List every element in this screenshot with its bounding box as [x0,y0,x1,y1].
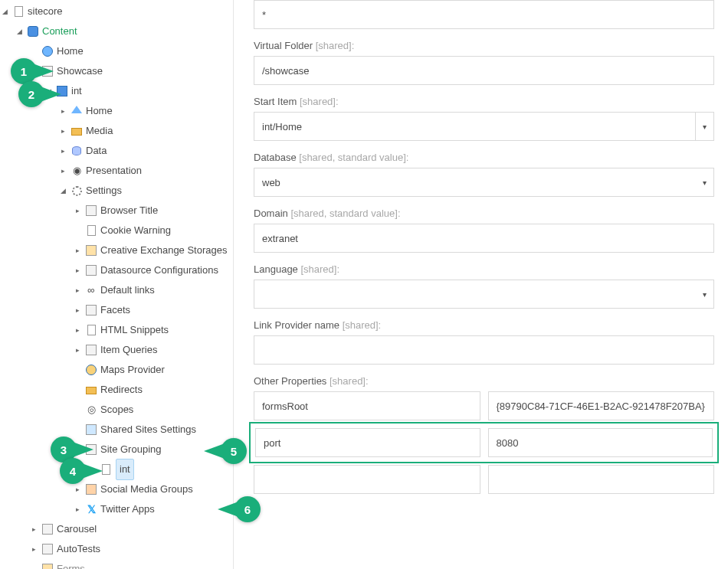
start-item-dropdown-button[interactable]: ▾ [695,112,714,141]
chevron-right-icon[interactable]: ▸ [58,166,67,175]
tree-node-redirects[interactable]: ▸ Redirects [73,380,233,400]
field-label-text: Link Provider name [254,319,339,331]
chevron-right-icon[interactable]: ▸ [73,345,82,355]
tree-node-html-snippets[interactable]: ▸ HTML Snippets [73,320,233,340]
chevron-right-icon[interactable]: ▸ [73,286,82,295]
tree-label: AutoTests [57,539,100,559]
field-database: Database [shared, standard value]: [254,152,714,197]
field-label-text: Database [254,152,297,163]
database-icon [71,145,83,157]
chevron-right-icon[interactable]: ▸ [73,266,82,275]
tree-node-facets[interactable]: ▸ Facets [73,300,233,320]
tree-node-social-media[interactable]: ▸ Social Media Groups [73,479,233,499]
tree-node-home[interactable]: ◢ Home [29,41,233,61]
chevron-right-icon[interactable]: ▸ [58,146,67,155]
field-virtual-folder: Virtual Folder [shared]: [254,40,714,85]
tree-node-default-links[interactable]: ▸ ∞ Default links [73,280,233,300]
tree-node-maps-provider[interactable]: ▸ Maps Provider [73,360,233,380]
tree-node-sitecore[interactable]: ◢ sitecore [0,2,233,21]
tree-node-item-queries[interactable]: ▸ Item Queries [73,340,233,360]
annotation-pin-1: 1 [11,58,37,84]
tree-node-int-home[interactable]: ▸ Home [58,101,233,121]
chevron-right-icon[interactable]: ▸ [29,544,38,554]
tree-node-carousel[interactable]: ▸ Carousel [29,519,233,539]
tree-label: int [116,459,134,480]
tree-node-forms[interactable]: ▸ Forms [29,559,233,569]
other-props-value[interactable] [488,391,715,420]
virtual-folder-input[interactable] [254,56,714,85]
tree-node-content[interactable]: ◢ Content [15,21,233,41]
other-props-key[interactable] [254,465,480,494]
tree-label: Media [86,121,113,141]
tree-node-browser-title[interactable]: ▸ Browser Title [73,201,233,221]
tree-node-settings[interactable]: ◢ Settings [58,181,233,201]
other-props-key[interactable] [254,391,480,420]
other-props-value[interactable] [488,465,715,494]
tree-label: Home [57,41,84,61]
link-provider-input[interactable] [254,335,714,365]
field-label-text: Virtual Folder [254,40,313,51]
tree-label: Creative Exchange Storages [100,240,227,260]
field-start-item: Start Item [shared]: ▾ [254,96,714,141]
chevron-right-icon[interactable]: ▸ [73,246,82,255]
chevron-right-icon[interactable]: ▸ [73,306,82,315]
item-editor: Virtual Folder [shared]: Start Item [sha… [234,0,728,569]
chevron-right-icon[interactable]: ▸ [73,505,82,514]
database-select[interactable] [254,168,714,197]
tree-label: Redirects [100,380,143,400]
annotation-pin-6: 6 [234,496,261,522]
chevron-right-icon[interactable]: ▸ [73,485,82,494]
tree-label: Home [86,101,113,121]
building-icon [41,523,54,535]
tree-label: Datasource Configurations [100,260,218,280]
tree-label: Cookie Warning [100,221,171,240]
tree-node-scopes[interactable]: ▸ ◎ Scopes [73,400,233,420]
gear-icon [71,185,83,197]
annotation-pin-4: 4 [60,458,86,484]
field-hint: [shared, standard value]: [299,152,408,163]
tree-label: int [71,81,82,101]
home-icon [71,105,83,117]
language-select[interactable] [254,280,714,309]
tree-node-site-grouping-int[interactable]: ▸ int [87,459,233,479]
tree-node-shared-sites[interactable]: ▸ Shared Sites Settings [73,420,233,440]
tree-label: Item Queries [100,340,157,360]
tree-node-twitter-apps[interactable]: ▸ 𝕏 Twitter Apps [73,499,233,519]
chevron-right-icon[interactable]: ▸ [29,525,38,534]
storage-icon [85,244,97,257]
field-hint: [shared, standard value]: [290,208,400,219]
twitter-icon: 𝕏 [85,503,97,515]
chevron-right-icon[interactable]: ▸ [73,325,82,335]
tree-label: HTML Snippets [100,320,169,340]
chevron-down-icon[interactable]: ◢ [0,7,9,16]
tree-label: sitecore [28,2,63,21]
tree-label: Scopes [100,400,133,420]
chevron-down-icon[interactable]: ◢ [58,186,67,195]
tree-node-data[interactable]: ▸ Data [58,141,233,161]
folder-icon [85,384,97,396]
tree-node-presentation[interactable]: ▸ ◉ Presentation [58,161,233,181]
other-props-value[interactable] [488,428,713,457]
tree-node-autotests[interactable]: ▸ AutoTests [29,539,233,559]
tree-node-ces[interactable]: ▸ Creative Exchange Storages [73,240,233,260]
chevron-right-icon[interactable]: ▸ [73,206,82,215]
content-icon [27,25,39,38]
tree-label: Browser Title [100,201,158,221]
tree-label: Content [42,21,77,41]
tree-label: Default links [100,280,155,300]
tree-node-media[interactable]: ▸ Media [58,121,233,141]
forms-icon [41,563,54,569]
tree-node-dsconf[interactable]: ▸ Datasource Configurations [73,260,233,280]
field-hint: [shared]: [330,375,369,387]
tree-node-int[interactable]: ◢ int [44,81,233,101]
start-item-input[interactable] [254,112,695,141]
chevron-right-icon[interactable]: ▸ [58,126,67,136]
tree-node-cookie-warning[interactable]: ▸ Cookie Warning [73,221,233,240]
domain-input[interactable] [254,224,714,253]
facets-icon [85,304,97,316]
other-props-key[interactable] [255,428,480,457]
chevron-down-icon[interactable]: ◢ [15,27,24,36]
chevron-right-icon[interactable]: ▸ [58,106,67,116]
tree-node-showcase[interactable]: ◢ Showcase [29,61,233,81]
wildcard-input[interactable] [254,0,714,29]
